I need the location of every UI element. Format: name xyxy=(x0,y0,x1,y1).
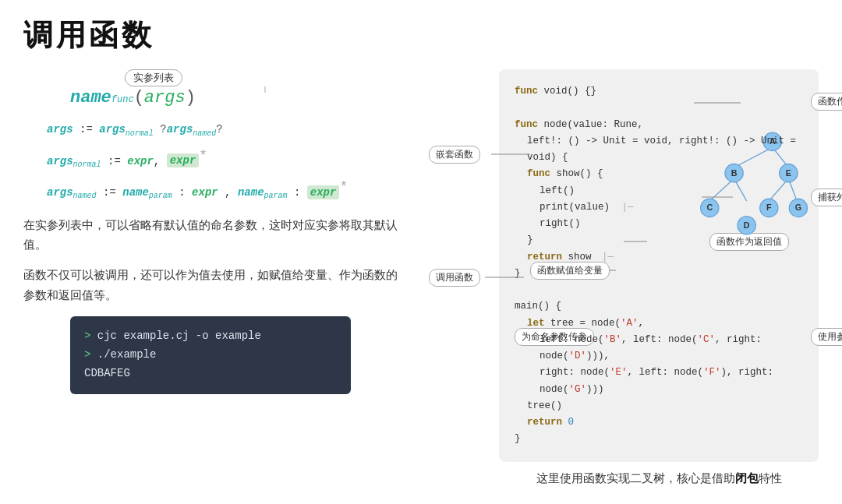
code-line-13: left: node('B', left: node('C', right: n… xyxy=(515,332,803,365)
sub-param2: param xyxy=(264,192,288,201)
main-layout: 实参列表 namefunc(args) args := argsnormal ?… xyxy=(23,69,819,486)
kw-return-1: return xyxy=(527,252,562,263)
str-B: 'B' xyxy=(604,334,622,345)
kw-func-2: func xyxy=(515,119,538,130)
question2: ? xyxy=(216,123,222,136)
nested-func-label: 嵌套函数 xyxy=(429,146,480,164)
grammar-line-2: argsnormal := expr, expr* xyxy=(47,142,405,173)
kw-let: let xyxy=(527,318,545,329)
kw-args: args xyxy=(47,123,73,136)
bottom-note: 这里使用函数实现二叉树，核心是借助闭包特性 xyxy=(499,471,819,486)
code-line-6: print(value) |— xyxy=(515,199,803,216)
kw-name-param2: name xyxy=(238,186,264,199)
func-as-param-label: 函数作为参数 xyxy=(811,93,842,111)
code-line-8: } xyxy=(515,232,803,248)
code-line-15: tree() xyxy=(515,398,803,414)
op-assign-2: := xyxy=(108,154,127,167)
terminal-block: > cjc example.cj -o example > ./example … xyxy=(70,316,351,393)
args-text: args xyxy=(144,88,186,107)
kw-args-normal-2: args xyxy=(47,154,73,167)
kw-expr4: expr xyxy=(307,185,340,199)
kw-name-param: name xyxy=(122,186,149,199)
bottom-note-bold: 闭包 xyxy=(735,471,759,485)
bottom-note-text: 这里使用函数实现二叉树，核心是借助 xyxy=(536,471,735,485)
comma2: , xyxy=(225,186,238,199)
grammar-line-1: args := argsnormal ?argsnamed? xyxy=(47,118,405,142)
op-assign-3: := xyxy=(103,186,122,199)
colon1: : xyxy=(179,186,192,199)
desc-para-2: 函数不仅可以被调用，还可以作为值去使用，如赋值给变量、作为函数的参数和返回值等。 xyxy=(23,266,405,305)
code-line-3: left!: () -> Unit = void, right!: () -> … xyxy=(515,133,803,167)
kw-func-1: func xyxy=(515,86,538,97)
call-func-label: 调用函数 xyxy=(429,269,480,287)
terminal-output-1: CDBAFEG xyxy=(84,367,130,379)
kw-expr2: expr xyxy=(170,154,196,167)
left-panel: 实参列表 namefunc(args) args := argsnormal ?… xyxy=(23,69,405,394)
param-list-label: 实参列表 xyxy=(125,69,182,86)
right-wrapper: 嵌套函数 调用函数 函数作为参数 xyxy=(429,69,819,486)
code-line-4: func show() { xyxy=(515,166,803,182)
str-G: 'G' xyxy=(569,384,587,395)
kw-expr3: expr xyxy=(192,186,218,199)
sub-normal-2: normal xyxy=(73,160,101,169)
right-panel: 函数作为参数 捕获外层局部变量 函数作为返回值 xyxy=(499,69,819,462)
code-line-9: return show |— xyxy=(515,249,803,266)
code-line-7: right() xyxy=(515,216,803,232)
use-default-param-label: 使用参数默认值 xyxy=(811,328,842,346)
bottom-note-end: 特性 xyxy=(759,471,782,485)
code-line-5: left() xyxy=(515,183,803,199)
comma: , xyxy=(154,154,167,167)
call-syntax: namefunc(args) xyxy=(70,88,405,107)
kw-args-named-2: args xyxy=(47,186,73,199)
terminal-line-3: CDBAFEG xyxy=(84,365,337,383)
sub-param: param xyxy=(149,192,172,201)
code-line-blank-2 xyxy=(515,282,803,298)
terminal-prompt-1: > xyxy=(84,330,97,342)
page-title: 调用函数 xyxy=(23,16,819,55)
capture-var-label: 捕获外层局部变量 xyxy=(811,189,842,206)
colon2: : xyxy=(294,186,307,199)
code-line-1: func void() {} xyxy=(515,83,803,100)
terminal-prompt-2: > xyxy=(84,348,97,361)
grammar-lines: args := argsnormal ?argsnamed? argsnorma… xyxy=(47,118,405,205)
desc-para-1: 在实参列表中，可以省略有默认值的命名参数，这时对应实参将取其默认值。 xyxy=(23,216,405,256)
kw-expr: expr xyxy=(127,154,154,167)
kw-args-normal: args xyxy=(99,123,126,136)
sub-normal: normal xyxy=(126,129,154,138)
star1: * xyxy=(199,148,207,164)
name-func: name xyxy=(70,88,111,107)
param-list-arrow xyxy=(265,86,266,93)
num-0: 0 xyxy=(568,417,575,428)
paren-open: ( xyxy=(134,88,144,107)
name-sub: func xyxy=(111,94,134,105)
kw-args-named: args xyxy=(167,123,193,136)
code-line-10: } xyxy=(515,266,803,282)
kw-func-3: func xyxy=(527,168,550,179)
str-D: 'D' xyxy=(569,351,587,361)
desc-text-1: 在实参列表中，可以省略有默认值的命名参数，这时对应实参将取其默认值。 xyxy=(23,216,405,256)
code-line-17: } xyxy=(515,431,803,447)
nested-func-line xyxy=(491,153,530,155)
grammar-line-3: argsnamed := nameparam : expr , namepara… xyxy=(47,173,405,204)
code-line-14: right: node('E', left: node('F'), right:… xyxy=(515,365,803,398)
code-block: func void() {} func node(value: Rune, le… xyxy=(515,83,803,448)
code-line-blank-1 xyxy=(515,100,803,116)
sub-named: named xyxy=(193,129,216,138)
str-F: 'F' xyxy=(703,367,721,378)
paren-close: ) xyxy=(186,88,196,107)
code-line-16: return 0 xyxy=(515,414,803,431)
call-func-line xyxy=(485,277,524,278)
str-C: 'C' xyxy=(698,334,716,345)
terminal-line-1: > cjc example.cj -o example xyxy=(84,327,337,346)
param-list-label-area: 实参列表 xyxy=(125,69,405,86)
op-assign: := xyxy=(80,123,99,136)
question1: ? xyxy=(160,123,166,136)
terminal-line-2: > ./example xyxy=(84,346,337,365)
terminal-cmd-2: ./example xyxy=(97,348,157,361)
code-line-2: func node(value: Rune, xyxy=(515,117,803,133)
str-A: 'A' xyxy=(621,318,639,329)
desc-text-2: 函数不仅可以被调用，还可以作为值去使用，如赋值给变量、作为函数的参数和返回值等。 xyxy=(23,266,405,305)
kw-return-2: return xyxy=(527,417,562,428)
star2: * xyxy=(339,179,348,195)
str-E: 'E' xyxy=(610,367,628,378)
